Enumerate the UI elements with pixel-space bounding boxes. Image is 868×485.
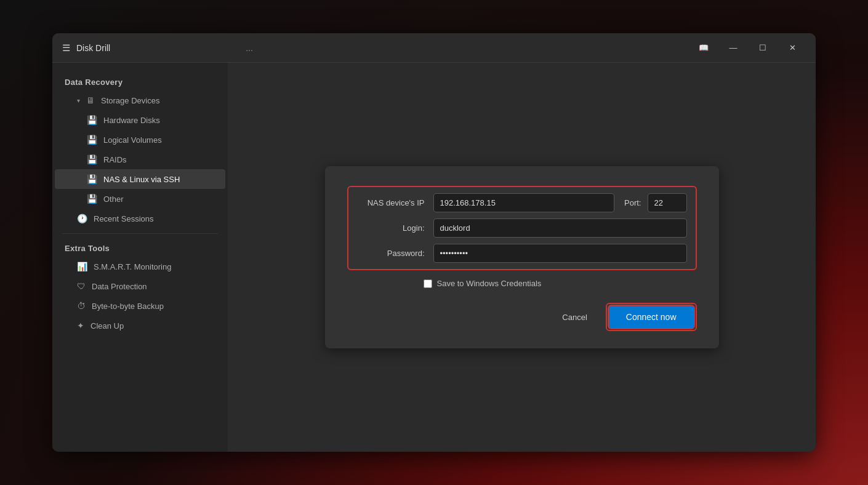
port-input[interactable] (648, 193, 687, 212)
password-input[interactable] (433, 244, 687, 263)
hardware-disks-label: Hardware Disks (103, 116, 160, 125)
book-button[interactable]: 📖 (690, 38, 717, 58)
port-group: Port: (624, 193, 686, 212)
password-row: Password: (357, 244, 687, 263)
content: Data Recovery ▾ 🖥 Storage Devices 💾 Hard… (52, 63, 816, 452)
close-icon: ✕ (789, 43, 796, 52)
other-label: Other (103, 194, 124, 204)
smart-icon: 📊 (77, 262, 87, 271)
titlebar: ☰ Disk Drill ... 📖 — ☐ ✕ (52, 33, 816, 63)
save-credentials-row: Save to Windows Credentials (424, 279, 697, 288)
save-credentials-label: Save to Windows Credentials (437, 279, 542, 288)
connect-now-button[interactable]: Connect now (609, 306, 694, 328)
data-protection-label: Data Protection (92, 282, 147, 291)
nas-ssh-label: NAS & Linux via SSH (103, 175, 180, 184)
connect-highlight-box: Connect now (606, 303, 697, 331)
cancel-button[interactable]: Cancel (550, 308, 599, 327)
other-icon: 💾 (87, 194, 97, 204)
nas-ip-label: NAS device's IP (357, 198, 425, 207)
minimize-icon: — (729, 43, 737, 52)
sidebar-item-data-protection[interactable]: 🛡 Data Protection (55, 276, 225, 296)
titlebar-controls: 📖 — ☐ ✕ (690, 38, 806, 58)
sidebar: Data Recovery ▾ 🖥 Storage Devices 💾 Hard… (52, 63, 228, 452)
byte-backup-label: Byte-to-byte Backup (92, 302, 164, 311)
ip-row: NAS device's IP Port: (357, 193, 687, 212)
nas-ip-input[interactable] (433, 193, 615, 212)
book-icon: 📖 (699, 43, 709, 52)
maximize-button[interactable]: ☐ (749, 38, 776, 58)
sidebar-item-logical-volumes[interactable]: 💾 Logical Volumes (55, 130, 225, 150)
maximize-icon: ☐ (759, 43, 766, 52)
minimize-button[interactable]: — (720, 38, 747, 58)
password-label: Password: (357, 249, 425, 258)
ssh-dialog: NAS device's IP Port: Login: (325, 166, 719, 348)
credentials-highlight-box: NAS device's IP Port: Login: (347, 186, 697, 270)
sidebar-item-recent-sessions[interactable]: 🕐 Recent Sessions (55, 209, 225, 228)
recent-icon: 🕐 (77, 214, 87, 223)
login-label: Login: (357, 223, 425, 233)
sidebar-divider (62, 233, 218, 234)
logical-icon: 💾 (87, 135, 97, 145)
raids-label: RAIDs (103, 155, 127, 164)
cleanup-icon: ✦ (77, 321, 84, 331)
sidebar-item-hardware-disks[interactable]: 💾 Hardware Disks (55, 110, 225, 130)
shield-icon: 🛡 (77, 281, 86, 291)
sidebar-item-other[interactable]: 💾 Other (55, 189, 225, 209)
app-title: Disk Drill (76, 43, 110, 53)
logical-volumes-label: Logical Volumes (103, 135, 162, 145)
storage-devices-label: Storage Devices (101, 96, 159, 105)
save-credentials-checkbox[interactable] (424, 279, 432, 288)
port-label: Port: (624, 198, 641, 207)
ssh-icon: 💾 (87, 174, 97, 184)
recent-sessions-label: Recent Sessions (94, 214, 154, 223)
sidebar-item-raids[interactable]: 💾 RAIDs (55, 150, 225, 169)
smart-label: S.M.A.R.T. Monitoring (94, 262, 171, 271)
extra-tools-label: Extra Tools (52, 239, 228, 257)
sidebar-item-storage-devices[interactable]: ▾ 🖥 Storage Devices (55, 90, 225, 110)
login-row: Login: (357, 218, 687, 238)
app-window: ☰ Disk Drill ... 📖 — ☐ ✕ Data Recovery (52, 33, 816, 452)
clean-up-label: Clean Up (90, 321, 124, 331)
login-input[interactable] (433, 218, 687, 238)
hdd-icon: 💾 (87, 115, 97, 125)
close-button[interactable]: ✕ (779, 38, 806, 58)
sidebar-item-nas-ssh[interactable]: 💾 NAS & Linux via SSH (55, 169, 225, 189)
sidebar-item-smart[interactable]: 📊 S.M.A.R.T. Monitoring (55, 257, 225, 276)
main-area: NAS device's IP Port: Login: (228, 63, 816, 452)
menu-icon[interactable]: ☰ (62, 42, 70, 54)
backup-icon: ⏱ (77, 301, 86, 311)
chevron-down-icon: ▾ (77, 97, 80, 104)
dialog-buttons: Cancel Connect now (347, 303, 697, 331)
titlebar-dots: ... (110, 43, 690, 53)
data-recovery-label: Data Recovery (52, 73, 228, 90)
hamburger-icon: ☰ (62, 42, 70, 54)
disk-icon: 🖥 (86, 95, 95, 105)
sidebar-item-clean-up[interactable]: ✦ Clean Up (55, 316, 225, 335)
raid-icon: 💾 (87, 154, 97, 164)
sidebar-item-byte-backup[interactable]: ⏱ Byte-to-byte Backup (55, 296, 225, 316)
